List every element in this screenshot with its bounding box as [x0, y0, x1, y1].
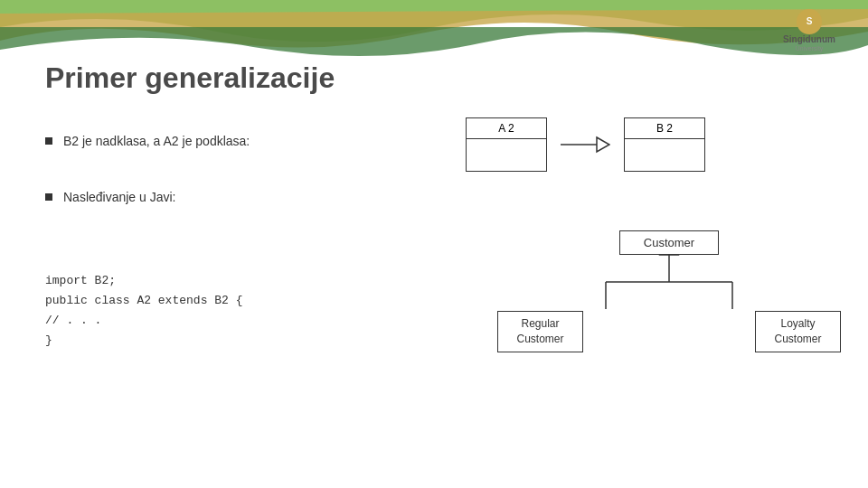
- connector-lines: [497, 255, 841, 311]
- logo-name: Singidunum: [783, 34, 835, 45]
- uml-box-b2-body: [625, 139, 704, 171]
- child-regular-line1: Regular: [521, 317, 559, 330]
- code-block: import B2; public class A2 extends B2 { …: [45, 271, 242, 351]
- bullet-text-2: Nasleđivanje u Javi:: [63, 190, 176, 204]
- parent-box: Customer: [619, 230, 719, 255]
- svg-marker-1: [597, 137, 609, 152]
- bullet-item-2: Nasleđivanje u Javi:: [45, 190, 176, 204]
- uml-diagram: A 2 B 2: [466, 117, 705, 172]
- uml-box-b2: B 2: [624, 117, 705, 172]
- inheritance-diagram: Customer Regular Customer Loyalty Custom…: [497, 230, 841, 352]
- code-line-3: // . . .: [45, 311, 242, 331]
- parent-row: Customer: [497, 230, 841, 255]
- bullet-icon-2: [45, 193, 52, 201]
- child-box-loyalty: Loyalty Customer: [755, 311, 841, 352]
- bullet-item-1: B2 je nadklasa, a A2 je podklasa:: [45, 134, 250, 148]
- child-regular-line2: Customer: [516, 333, 563, 345]
- uml-box-a2: A 2: [466, 117, 547, 172]
- logo: S Singidunum University: [764, 7, 854, 52]
- code-line-1: import B2;: [45, 271, 242, 291]
- child-loyalty-line1: Loyalty: [780, 317, 815, 330]
- logo-icon: S: [797, 9, 822, 34]
- child-box-regular: Regular Customer: [497, 311, 583, 352]
- uml-box-b2-header: B 2: [625, 118, 704, 139]
- logo-subtext: University: [796, 45, 824, 52]
- code-line-4: }: [45, 331, 242, 351]
- children-row: Regular Customer Loyalty Customer: [497, 311, 841, 352]
- code-line-2: public class A2 extends B2 {: [45, 291, 242, 311]
- uml-box-a2-header: A 2: [467, 118, 546, 139]
- uml-box-a2-body: [467, 139, 546, 171]
- bullet-text-1: B2 je nadklasa, a A2 je podklasa:: [63, 134, 250, 148]
- page-title: Primer generalizacije: [45, 61, 335, 95]
- child-loyalty-line2: Customer: [774, 333, 821, 345]
- generalization-arrow: [561, 134, 610, 155]
- bullet-icon-1: [45, 137, 52, 145]
